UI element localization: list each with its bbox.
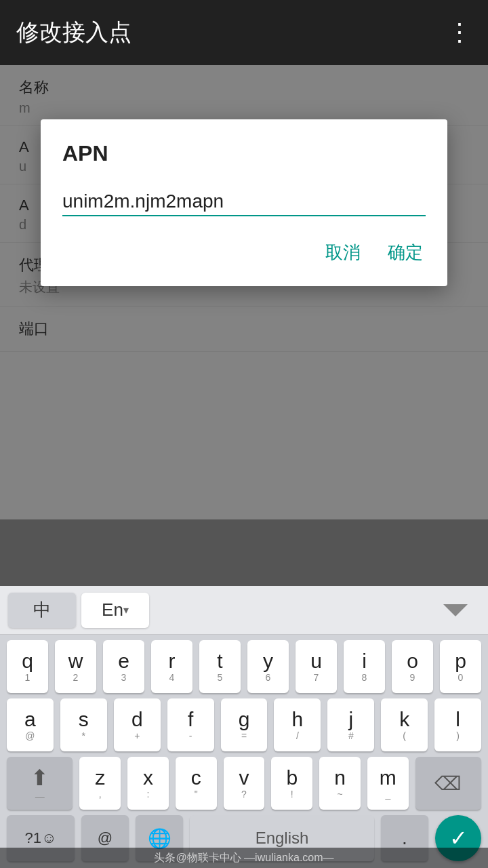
- key-n[interactable]: n~: [319, 757, 361, 810]
- keyboard: 中 En ▾ q1 w2 e3 r4 t5 y6 u7 i8 o9 p0 a@ …: [0, 586, 488, 868]
- backspace-key[interactable]: ⌫: [415, 757, 481, 810]
- key-d[interactable]: d+: [114, 698, 161, 751]
- shift-key[interactable]: ⬆ —: [7, 757, 73, 810]
- key-c[interactable]: c": [176, 757, 217, 810]
- dialog-actions: 取消 确定: [62, 235, 426, 270]
- key-i[interactable]: i8: [344, 640, 385, 693]
- key-a[interactable]: a@: [7, 698, 54, 751]
- key-l[interactable]: l): [434, 698, 481, 751]
- keyboard-lang-english[interactable]: En ▾: [81, 593, 149, 628]
- key-y[interactable]: y6: [247, 640, 289, 693]
- watermark: 头条@物联卡中心 —iwulianka.com—: [0, 848, 488, 868]
- watermark-text: 头条@物联卡中心 —iwulianka.com—: [154, 851, 333, 865]
- key-o[interactable]: o9: [392, 640, 433, 693]
- key-g[interactable]: g=: [221, 698, 268, 751]
- key-x[interactable]: x:: [127, 757, 169, 810]
- dialog-title: APN: [62, 141, 426, 166]
- key-v[interactable]: v?: [224, 757, 265, 810]
- cancel-button[interactable]: 取消: [323, 235, 363, 270]
- keyboard-row-1: q1 w2 e3 r4 t5 y6 u7 i8 o9 p0: [0, 635, 488, 693]
- key-t[interactable]: t5: [199, 640, 241, 693]
- key-q[interactable]: q1: [7, 640, 48, 693]
- key-h[interactable]: h/: [274, 698, 321, 751]
- key-m[interactable]: m_: [367, 757, 409, 810]
- dialog-input-wrapper: [62, 188, 426, 216]
- key-u[interactable]: u7: [296, 640, 337, 693]
- chevron-down-icon: [443, 604, 468, 616]
- keyboard-topbar: 中 En ▾: [0, 586, 488, 635]
- key-z[interactable]: z,: [79, 757, 121, 810]
- apn-input[interactable]: [62, 188, 426, 216]
- key-s[interactable]: s*: [60, 698, 107, 751]
- page-title: 修改接入点: [16, 17, 131, 48]
- confirm-button[interactable]: 确定: [385, 235, 426, 270]
- key-e[interactable]: e3: [103, 640, 144, 693]
- apn-dialog: APN 取消 确定: [41, 119, 447, 286]
- overflow-menu-button[interactable]: ⋮: [447, 18, 472, 47]
- keyboard-row-2: a@ s* d+ f- g= h/ j# k( l): [0, 693, 488, 751]
- keyboard-collapse-button[interactable]: [431, 593, 480, 628]
- keyboard-row-3: ⬆ — z, x: c" v? b! n~ m_ ⌫: [0, 751, 488, 810]
- key-j[interactable]: j#: [327, 698, 374, 751]
- key-w[interactable]: w2: [55, 640, 96, 693]
- keyboard-lang-chinese[interactable]: 中: [8, 593, 76, 628]
- key-b[interactable]: b!: [271, 757, 312, 810]
- key-f[interactable]: f-: [167, 698, 214, 751]
- settings-background: 名称 m A u A d 代理 未设置 端口 APN 取消 确定: [0, 65, 488, 519]
- app-bar: 修改接入点 ⋮: [0, 0, 488, 65]
- key-r[interactable]: r4: [151, 640, 192, 693]
- key-k[interactable]: k(: [381, 698, 428, 751]
- key-p[interactable]: p0: [440, 640, 481, 693]
